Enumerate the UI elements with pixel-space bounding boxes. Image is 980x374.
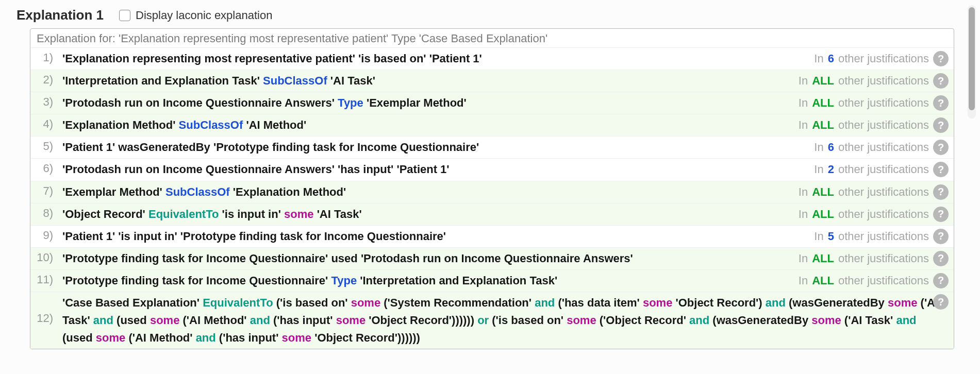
help-icon[interactable]: ? bbox=[933, 117, 949, 133]
justification-tail: InALLother justifications? bbox=[793, 206, 949, 222]
panel-caption: Explanation for: 'Explanation representi… bbox=[30, 29, 954, 47]
axiom-text: 'Exemplar Method' SubClassOf 'Explanatio… bbox=[57, 183, 793, 201]
row-number: 6) bbox=[30, 161, 57, 175]
row-number: 11) bbox=[30, 272, 57, 286]
axiom-row: 5)'Patient 1' wasGeneratedBy 'Prototype … bbox=[30, 136, 954, 158]
laconic-toggle-wrap: Display laconic explanation bbox=[119, 9, 272, 22]
laconic-label: Display laconic explanation bbox=[136, 9, 272, 22]
axiom-row: 2)'Interpretation and Explanation Task' … bbox=[30, 70, 954, 92]
help-icon[interactable]: ? bbox=[933, 51, 949, 66]
axiom-row: 3)'Protodash run on Income Questionnaire… bbox=[30, 92, 954, 114]
axiom-text: 'Interpretation and Explanation Task' Su… bbox=[57, 72, 793, 90]
axiom-row: 11)'Prototype finding task for Income Qu… bbox=[30, 269, 954, 292]
help-icon[interactable]: ? bbox=[933, 140, 949, 155]
justification-tail: InALLother justifications? bbox=[793, 183, 949, 200]
pane-title: Explanation 1 bbox=[16, 7, 104, 23]
vertical-scrollbar[interactable] bbox=[968, 5, 976, 118]
row-number: 5) bbox=[30, 139, 57, 153]
row-number: 3) bbox=[30, 94, 57, 109]
help-icon[interactable]: ? bbox=[933, 251, 949, 266]
row-number: 4) bbox=[30, 116, 57, 131]
axiom-text: 'Prototype finding task for Income Quest… bbox=[57, 250, 793, 267]
help-icon[interactable]: ? bbox=[933, 184, 949, 200]
axiom-row: 9)'Patient 1' 'is input in' 'Prototype f… bbox=[30, 225, 954, 247]
axiom-text: 'Protodash run on Income Questionnaire A… bbox=[57, 94, 793, 112]
help-icon[interactable]: ? bbox=[933, 73, 949, 89]
help-icon[interactable]: ? bbox=[933, 95, 949, 111]
justification-tail: InALLother justifications? bbox=[793, 116, 949, 133]
justification-panel: Explanation for: 'Explanation representi… bbox=[30, 28, 954, 349]
help-icon[interactable]: ? bbox=[933, 273, 949, 288]
justification-tail: In2other justifications? bbox=[809, 161, 949, 177]
axiom-row: 1)'Explanation representing most represe… bbox=[30, 47, 954, 70]
axiom-text: 'Patient 1' 'is input in' 'Prototype fin… bbox=[57, 228, 809, 245]
row-number: 10) bbox=[30, 250, 57, 264]
row-number: 2) bbox=[30, 72, 57, 87]
row-number: 8) bbox=[30, 206, 57, 220]
help-icon[interactable]: ? bbox=[933, 229, 949, 244]
axiom-text: 'Explanation representing most represent… bbox=[57, 50, 809, 67]
axiom-text: 'Protodash run on Income Questionnaire A… bbox=[57, 161, 809, 178]
help-icon[interactable]: ? bbox=[933, 207, 949, 222]
help-icon[interactable]: ? bbox=[933, 294, 949, 310]
scrollbar-thumb[interactable] bbox=[969, 7, 975, 110]
axiom-text: 'Prototype finding task for Income Quest… bbox=[57, 272, 793, 290]
justification-tail: InALLother justifications? bbox=[793, 250, 949, 266]
justification-tail: In6other justifications? bbox=[809, 50, 949, 66]
axiom-row: 8)'Object Record' EquivalentTo 'is input… bbox=[30, 203, 954, 225]
axiom-text: 'Case Based Explanation' EquivalentTo ('… bbox=[57, 294, 949, 347]
justification-tail: InALLother justifications? bbox=[793, 272, 949, 288]
axiom-row: 12)'Case Based Explanation' EquivalentTo… bbox=[30, 292, 954, 349]
axiom-row: 10)'Prototype finding task for Income Qu… bbox=[30, 247, 954, 269]
axiom-row: 6)'Protodash run on Income Questionnaire… bbox=[30, 158, 954, 180]
explanation-pane: Explanation 1 Display laconic explanatio… bbox=[0, 0, 980, 374]
axiom-text: 'Patient 1' wasGeneratedBy 'Prototype fi… bbox=[57, 139, 809, 156]
justification-tail: In6other justifications? bbox=[809, 139, 949, 155]
axiom-text: 'Object Record' EquivalentTo 'is input i… bbox=[57, 206, 793, 223]
row-number: 9) bbox=[30, 228, 57, 242]
justification-tail: InALLother justifications? bbox=[793, 72, 949, 89]
axiom-row: 4)'Explanation Method' SubClassOf 'AI Me… bbox=[30, 114, 954, 136]
axiom-rows: 1)'Explanation representing most represe… bbox=[30, 47, 954, 349]
justification-tail: InALLother justifications? bbox=[793, 94, 949, 111]
justification-tail: In5other justifications? bbox=[809, 228, 949, 244]
axiom-row: 7)'Exemplar Method' SubClassOf 'Explanat… bbox=[30, 181, 954, 203]
axiom-text: 'Explanation Method' SubClassOf 'AI Meth… bbox=[57, 116, 793, 134]
header: Explanation 1 Display laconic explanatio… bbox=[14, 7, 959, 23]
laconic-checkbox[interactable] bbox=[119, 10, 130, 21]
help-icon[interactable]: ? bbox=[933, 162, 949, 177]
justification-tail: ? bbox=[933, 294, 949, 310]
row-number: 1) bbox=[30, 50, 57, 64]
row-number: 12) bbox=[30, 294, 57, 325]
row-number: 7) bbox=[30, 183, 57, 198]
